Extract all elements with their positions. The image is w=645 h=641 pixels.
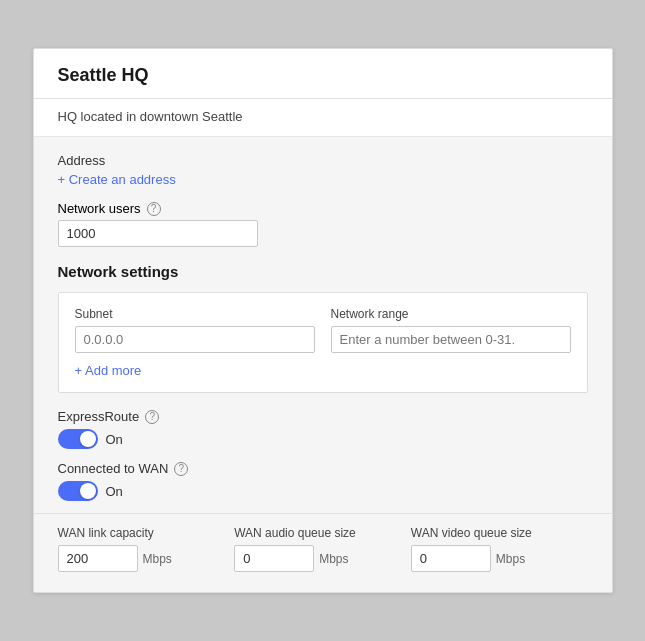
address-label: Address	[58, 153, 588, 168]
wan-video-queue-label: WAN video queue size	[411, 526, 588, 540]
connected-to-wan-toggle[interactable]	[58, 481, 98, 501]
express-route-label-row: ExpressRoute ?	[58, 409, 588, 424]
connected-to-wan-label: Connected to WAN	[58, 461, 169, 476]
card-body: Address + Create an address Network user…	[34, 137, 612, 592]
wan-link-capacity-input-row: Mbps	[58, 545, 235, 572]
wan-video-queue-input[interactable]	[411, 545, 491, 572]
network-users-label: Network users	[58, 201, 141, 216]
express-route-label: ExpressRoute	[58, 409, 140, 424]
network-range-col: Network range	[331, 307, 571, 353]
network-range-input[interactable]	[331, 326, 571, 353]
network-settings-box: Subnet Network range + Add more	[58, 292, 588, 393]
wan-audio-queue-input-row: Mbps	[234, 545, 411, 572]
main-card: Seattle HQ HQ located in downtown Seattl…	[33, 48, 613, 593]
wan-audio-queue-col: WAN audio queue size Mbps	[234, 526, 411, 572]
network-users-label-row: Network users ?	[58, 201, 588, 216]
wan-link-capacity-input[interactable]	[58, 545, 138, 572]
wan-audio-queue-label: WAN audio queue size	[234, 526, 411, 540]
subnet-col: Subnet	[75, 307, 315, 353]
wan-link-capacity-label: WAN link capacity	[58, 526, 235, 540]
subnet-label: Subnet	[75, 307, 315, 321]
wan-video-queue-input-row: Mbps	[411, 545, 588, 572]
connected-to-wan-slider[interactable]	[58, 481, 98, 501]
connected-to-wan-on-label: On	[106, 484, 123, 499]
network-range-label: Network range	[331, 307, 571, 321]
network-settings-title: Network settings	[58, 263, 588, 280]
page-title: Seattle HQ	[58, 65, 588, 86]
network-users-help-icon: ?	[147, 202, 161, 216]
wan-row: WAN link capacity Mbps WAN audio queue s…	[34, 513, 612, 576]
wan-link-capacity-col: WAN link capacity Mbps	[58, 526, 235, 572]
express-route-slider[interactable]	[58, 429, 98, 449]
connected-to-wan-label-row: Connected to WAN ?	[58, 461, 588, 476]
express-route-toggle[interactable]	[58, 429, 98, 449]
add-more-link[interactable]: + Add more	[75, 363, 571, 378]
create-address-link[interactable]: + Create an address	[58, 172, 588, 187]
connected-to-wan-toggle-group: On	[58, 481, 588, 501]
express-route-group: ExpressRoute ? On	[58, 409, 588, 449]
wan-video-queue-col: WAN video queue size Mbps	[411, 526, 588, 572]
connected-to-wan-group: Connected to WAN ? On	[58, 461, 588, 501]
subnet-input[interactable]	[75, 326, 315, 353]
express-route-help-icon: ?	[145, 410, 159, 424]
address-group: Address + Create an address	[58, 153, 588, 187]
wan-video-queue-unit: Mbps	[496, 552, 525, 566]
subnet-row: Subnet Network range	[75, 307, 571, 353]
wan-audio-queue-input[interactable]	[234, 545, 314, 572]
connected-to-wan-help-icon: ?	[174, 462, 188, 476]
express-route-toggle-group: On	[58, 429, 588, 449]
network-users-input[interactable]	[58, 220, 258, 247]
wan-link-capacity-unit: Mbps	[143, 552, 172, 566]
card-subtitle: HQ located in downtown Seattle	[34, 99, 612, 137]
card-header: Seattle HQ	[34, 49, 612, 99]
network-users-group: Network users ?	[58, 201, 588, 247]
wan-audio-queue-unit: Mbps	[319, 552, 348, 566]
express-route-on-label: On	[106, 432, 123, 447]
